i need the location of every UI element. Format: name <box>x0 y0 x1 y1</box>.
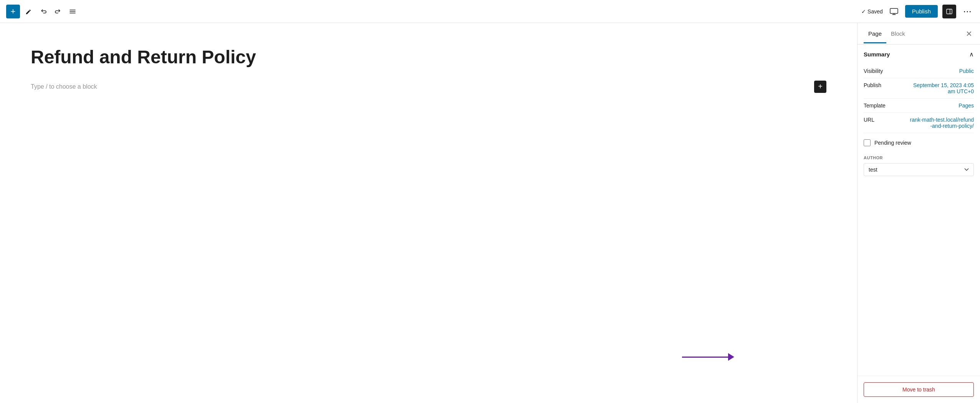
publish-date-label: Publish <box>864 82 881 88</box>
sidebar-toggle-button[interactable] <box>942 5 956 18</box>
visibility-row: Visibility Public <box>864 64 974 78</box>
pending-review-checkbox[interactable] <box>864 139 871 146</box>
toolbar-left: + <box>6 5 858 18</box>
block-placeholder-text: Type / to choose a block <box>31 83 97 90</box>
tab-page[interactable]: Page <box>864 24 886 43</box>
arrow-indicator <box>682 353 734 361</box>
visibility-label: Visibility <box>864 68 883 74</box>
pending-review-label: Pending review <box>874 140 911 146</box>
sidebar: Page Block ✕ Summary ∧ Visibility Public… <box>857 23 980 403</box>
url-label: URL <box>864 117 874 123</box>
svg-rect-1 <box>947 9 952 13</box>
pending-review-row: Pending review <box>864 133 974 152</box>
author-section: AUTHOR test <box>864 152 974 182</box>
template-value[interactable]: Pages <box>958 102 974 109</box>
arrow-line <box>682 357 728 358</box>
list-view-icon <box>69 8 76 15</box>
post-title[interactable]: Refund and Return Policy <box>31 46 826 68</box>
sidebar-footer: Move to trash <box>858 376 980 403</box>
toolbar: + ✓ Saved <box>0 0 980 23</box>
undo-button[interactable] <box>38 6 49 17</box>
author-section-label: AUTHOR <box>864 155 974 160</box>
publish-date-row: Publish September 15, 2023 4:05 am UTC+0 <box>864 78 974 99</box>
redo-button[interactable] <box>52 6 64 17</box>
add-block-button[interactable]: + <box>6 5 20 18</box>
sidebar-close-button[interactable]: ✕ <box>964 28 974 40</box>
sidebar-tabs: Page Block ✕ <box>858 23 980 45</box>
url-value[interactable]: rank-math-test.local/refund-and-return-p… <box>909 117 974 129</box>
template-label: Template <box>864 102 886 109</box>
move-to-trash-button[interactable]: Move to trash <box>864 382 974 397</box>
template-row: Template Pages <box>864 99 974 113</box>
summary-header: Summary ∧ <box>864 51 974 58</box>
add-block-inline-button[interactable]: + <box>814 81 826 93</box>
pencil-button[interactable] <box>23 6 35 17</box>
main-area: Refund and Return Policy Type / to choos… <box>0 23 980 403</box>
monitor-icon <box>890 8 898 15</box>
arrow-head <box>728 353 734 361</box>
block-placeholder-row[interactable]: Type / to choose a block + <box>31 81 826 93</box>
pencil-icon <box>25 8 32 15</box>
summary-section: Summary ∧ Visibility Public Publish Sept… <box>858 45 980 188</box>
undo-icon <box>40 8 47 15</box>
svg-rect-0 <box>890 8 898 13</box>
redo-icon <box>55 8 61 15</box>
publish-button[interactable]: Publish <box>905 5 938 18</box>
more-options-icon: ⋯ <box>963 7 972 17</box>
editor-area[interactable]: Refund and Return Policy Type / to choos… <box>0 23 857 403</box>
visibility-value[interactable]: Public <box>959 68 974 74</box>
toolbar-right: ✓ Saved Publish ⋯ <box>861 5 974 18</box>
list-view-button[interactable] <box>67 6 78 17</box>
summary-title: Summary <box>864 51 890 58</box>
chevron-up-icon: ∧ <box>969 51 974 58</box>
sidebar-toggle-icon <box>946 8 952 15</box>
close-icon: ✕ <box>966 29 972 38</box>
url-row: URL rank-math-test.local/refund-and-retu… <box>864 113 974 133</box>
saved-label: Saved <box>867 8 883 15</box>
monitor-button[interactable] <box>887 6 901 17</box>
more-options-button[interactable]: ⋯ <box>961 5 974 18</box>
saved-indicator: ✓ Saved <box>861 8 883 15</box>
tab-block[interactable]: Block <box>886 24 910 43</box>
sidebar-spacer <box>858 188 980 376</box>
saved-checkmark: ✓ <box>861 8 866 15</box>
publish-date-value[interactable]: September 15, 2023 4:05 am UTC+0 <box>912 82 974 94</box>
author-select[interactable]: test <box>864 163 974 176</box>
summary-chevron-button[interactable]: ∧ <box>969 51 974 58</box>
